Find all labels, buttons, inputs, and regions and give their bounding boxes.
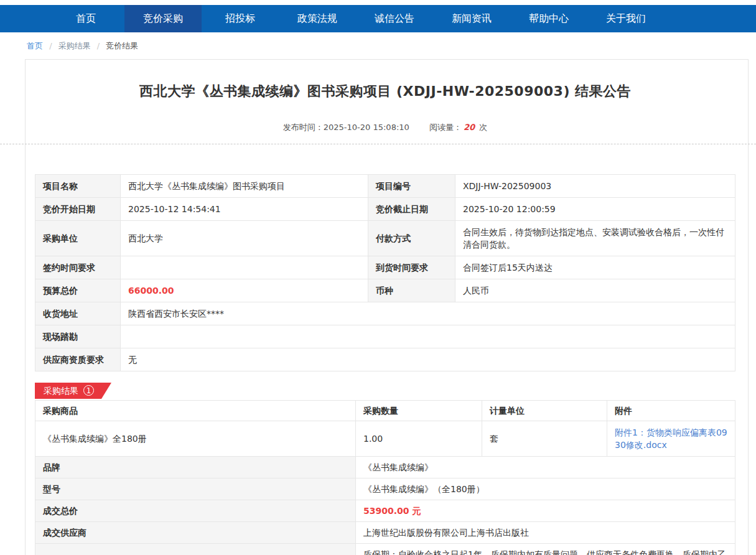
column-header-attachment: 附件 (607, 401, 735, 421)
column-header-quantity: 采购数量 (356, 401, 482, 421)
table-row: 采购单位 西北大学 付款方式 合同生效后，待货物到达指定地点、安装调试验收合格后… (35, 221, 735, 256)
field-label: 预算总价 (35, 279, 121, 302)
table-row: 签约时间要求 到货时间要求 合同签订后15天内送达 (35, 256, 735, 279)
view-count: 阅读量：20 次 (429, 123, 487, 132)
breadcrumb-separator: / (97, 41, 100, 50)
field-value: 合同签订后15天内送达 (455, 256, 735, 279)
breadcrumb-home-link[interactable]: 首页 (27, 41, 43, 50)
page-title: 西北大学《丛书集成续编》图书采购项目 (XDJJ-HW-202509003) 结… (35, 82, 735, 101)
product-name: 《丛书集成续编》全180册 (35, 421, 356, 457)
field-value: 2025-10-20 12:00:59 (455, 198, 735, 221)
publish-time-value: 2025-10-20 15:08:10 (324, 123, 409, 132)
field-label: 付款方式 (368, 221, 455, 256)
field-value: 2025-10-12 14:54:41 (121, 198, 368, 221)
measure-unit: 套 (482, 421, 607, 457)
field-label: 币种 (368, 279, 455, 302)
nav-item-integrity-notice[interactable]: 诚信公告 (356, 5, 433, 32)
nav-item-bidding-purchase[interactable]: 竞价采购 (124, 5, 202, 32)
purchase-quantity: 1.00 (356, 421, 482, 457)
field-label: 竞价截止日期 (368, 198, 455, 221)
table-row: 现场踏勘 (35, 325, 735, 348)
view-count-value: 20 (464, 123, 475, 132)
breadcrumb: 首页 / 采购结果 / 竞价结果 (27, 40, 756, 52)
nav-item-home[interactable]: 首页 (47, 5, 124, 32)
table-row: 项目名称 西北大学《丛书集成续编》图书采购项目 项目编号 XDJJ-HW-202… (35, 175, 735, 198)
breadcrumb-purchase-results-link[interactable]: 采购结果 (58, 41, 91, 50)
field-label: 收货地址 (35, 302, 121, 325)
column-header-product: 采购商品 (35, 401, 356, 421)
field-label: 项目名称 (35, 175, 121, 198)
field-label: 成交总价 (35, 500, 356, 522)
budget-total-value: 66000.00 (121, 279, 368, 302)
field-value: 《丛书集成续编》 (356, 457, 735, 478)
purchase-result-badge: 采购结果1 (35, 383, 111, 399)
top-navbar: 首页 竞价采购 招投标 政策法规 诚信公告 新闻资讯 帮助中心 关于我们 (0, 5, 756, 32)
table-row: 供应商资质要求 无 (35, 348, 735, 371)
warranty-value: 质保期：自验收合格之日起1年。质保期内如有质量问题，供应商无条件免费更换。质保期… (356, 544, 735, 555)
column-header-unit: 计量单位 (482, 401, 607, 421)
deal-price-value: 53900.00 元 (356, 500, 735, 522)
dashed-divider (0, 144, 756, 144)
field-value: 合同生效后，待货物到达指定地点、安装调试验收合格后，一次性付清合同货款。 (455, 221, 735, 256)
field-label: 品牌 (35, 457, 356, 478)
publish-time: 发布时间：2025-10-20 15:08:10 (283, 123, 409, 132)
table-row: 型号 《丛书集成续编》（全180册） (35, 478, 735, 500)
field-label: 供应商资质要求 (35, 348, 121, 371)
field-label: 型号 (35, 478, 356, 500)
field-label: 质保及售后服务 (35, 544, 356, 555)
result-count-badge: 1 (83, 385, 94, 396)
table-row: 质保及售后服务 质保期：自验收合格之日起1年。质保期内如有质量问题，供应商无条件… (35, 544, 735, 555)
nav-item-tender[interactable]: 招投标 (202, 5, 279, 32)
field-value (121, 256, 368, 279)
field-label: 到货时间要求 (368, 256, 455, 279)
breadcrumb-separator: / (49, 41, 52, 50)
field-value (121, 325, 735, 348)
field-value: 无 (121, 348, 735, 371)
announcement-card: 西北大学《丛书集成续编》图书采购项目 (XDJJ-HW-202509003) 结… (25, 59, 749, 555)
purchase-result-table: 采购商品 采购数量 计量单位 附件 《丛书集成续编》全180册 1.00 套 附… (35, 400, 735, 555)
purchase-result-badge-label: 采购结果 (44, 386, 78, 396)
field-value: 西北大学《丛书集成续编》图书采购项目 (121, 175, 368, 198)
table-row: 预算总价 66000.00 币种 人民币 (35, 279, 735, 302)
view-count-unit: 次 (479, 123, 487, 132)
field-value: 西北大学 (121, 221, 368, 256)
table-row: 品牌 《丛书集成续编》 (35, 457, 735, 478)
field-label: 成交供应商 (35, 522, 356, 544)
table-row: 《丛书集成续编》全180册 1.00 套 附件1：货物类响应偏离表0930修改.… (35, 421, 735, 457)
publish-time-label: 发布时间： (283, 123, 324, 132)
field-value: 人民币 (455, 279, 735, 302)
table-row: 收货地址 陕西省西安市长安区**** (35, 302, 735, 325)
field-value: 《丛书集成续编》（全180册） (356, 478, 735, 500)
field-label: 项目编号 (368, 175, 455, 198)
field-value: XDJJ-HW-202509003 (455, 175, 735, 198)
nav-item-help-center[interactable]: 帮助中心 (510, 5, 587, 32)
table-header-row: 采购商品 采购数量 计量单位 附件 (35, 401, 735, 421)
field-label: 竞价开始日期 (35, 198, 121, 221)
field-label: 现场踏勘 (35, 325, 121, 348)
attachment-link[interactable]: 附件1：货物类响应偏离表0930修改.docx (615, 427, 727, 450)
supplier-value: 上海世纪出版股份有限公司上海书店出版社 (356, 522, 735, 544)
view-count-label: 阅读量： (429, 123, 462, 132)
breadcrumb-current-page: 竞价结果 (106, 41, 138, 50)
table-row: 成交总价 53900.00 元 (35, 500, 735, 522)
project-info-table: 项目名称 西北大学《丛书集成续编》图书采购项目 项目编号 XDJJ-HW-202… (35, 174, 735, 371)
field-label: 签约时间要求 (35, 256, 121, 279)
nav-item-news[interactable]: 新闻资讯 (433, 5, 510, 32)
field-label: 采购单位 (35, 221, 121, 256)
nav-item-about-us[interactable]: 关于我们 (587, 5, 665, 32)
article-meta: 发布时间：2025-10-20 15:08:10 阅读量：20 次 (35, 122, 735, 133)
table-row: 成交供应商 上海世纪出版股份有限公司上海书店出版社 (35, 522, 735, 544)
nav-item-policies[interactable]: 政策法规 (279, 5, 356, 32)
field-value: 陕西省西安市长安区**** (121, 302, 735, 325)
table-row: 竞价开始日期 2025-10-12 14:54:41 竞价截止日期 2025-1… (35, 198, 735, 221)
